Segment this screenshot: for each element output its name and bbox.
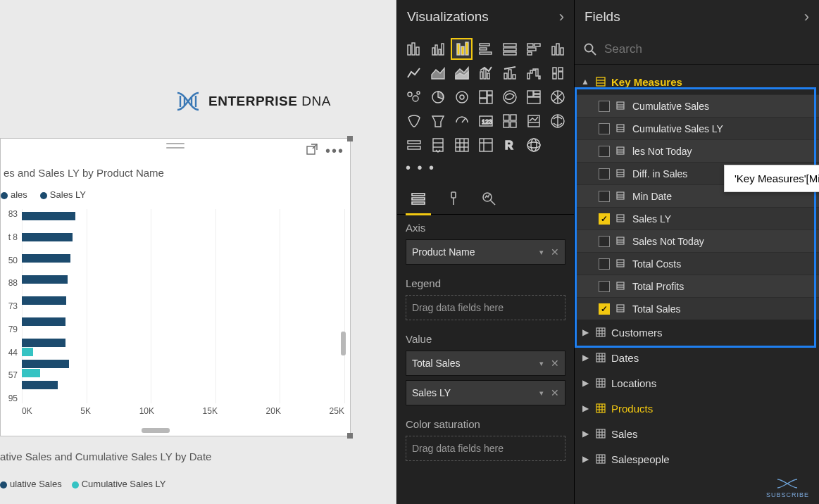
focus-mode-icon[interactable] [306,143,318,158]
field-sales-not-today[interactable]: Sales Not Today [575,229,819,252]
viz-type-28[interactable] [403,134,425,156]
viz-type-13[interactable] [546,62,568,84]
viz-type-33[interactable] [523,134,544,156]
viz-type-26[interactable] [523,110,544,132]
move-handle[interactable] [166,143,185,149]
viz-type-19[interactable] [523,86,544,108]
viz-type-5[interactable] [523,38,544,60]
field-cumulative-sales-ly[interactable]: Cumulative Sales LY [575,117,819,139]
color-saturation-well[interactable]: Drag data fields here [406,436,565,461]
table-icon [594,326,607,339]
logo-text: ENTERPRISE DNA [208,94,331,109]
field-sales-ly[interactable]: Sales LY [575,207,819,229]
viz-type-23[interactable] [451,110,473,132]
bar-series1[interactable] [22,212,75,220]
viz-type-21[interactable] [403,110,425,132]
axis-well[interactable]: Product Name ▾ ✕ [406,239,565,265]
table-locations[interactable]: ▶Locations [575,370,819,396]
checkbox[interactable] [599,258,610,270]
viz-type-4[interactable] [499,38,520,60]
table-sales[interactable]: ▶Sales [575,421,819,446]
checkbox[interactable] [599,123,610,134]
search-input[interactable] [604,42,811,56]
bar-series1[interactable] [22,275,68,284]
bar-series2[interactable] [22,369,40,377]
svg-rect-129 [617,305,624,312]
chevron-right-icon[interactable]: › [559,8,564,26]
chart-scroll-v[interactable] [341,332,346,355]
bar-series1[interactable] [22,381,58,389]
format-tab[interactable] [444,189,463,208]
checkbox[interactable] [599,213,610,225]
checkbox[interactable] [599,168,610,179]
viz-type-2[interactable] [451,38,473,60]
viz-type-6[interactable] [546,38,568,60]
value-well-sales-ly[interactable]: Sales LY▾✕ [406,380,565,405]
chart-scroll-h[interactable] [142,428,170,433]
resize-handle-tr[interactable] [347,136,353,141]
checkbox[interactable] [599,236,610,247]
viz-type-30[interactable] [451,134,473,156]
bar-series2[interactable] [22,348,33,356]
bar-series1[interactable] [22,317,65,326]
checkbox[interactable] [599,101,610,112]
svg-rect-22 [534,44,540,46]
more-visuals-icon[interactable]: • • • [397,157,574,182]
field-total-profits[interactable]: Total Profits [575,275,819,297]
checkbox[interactable] [599,146,610,157]
legend-well[interactable]: Drag data fields here [406,295,565,320]
viz-type-25[interactable] [499,110,520,132]
analytics-tab[interactable] [479,189,499,208]
field-total-sales[interactable]: Total Sales [575,297,819,320]
table-dates[interactable]: ▶Dates [575,345,819,370]
checkbox[interactable] [599,303,610,315]
field-total-costs[interactable]: Total Costs [575,252,819,275]
fields-header[interactable]: Fields › [575,0,819,34]
value-well-total-sales[interactable]: Total Sales▾✕ [406,351,565,376]
table-products[interactable]: ▶Products [575,396,819,421]
subscribe-badge[interactable]: SUBSCRIBE [766,477,809,498]
viz-type-24[interactable]: 123 [475,110,496,132]
viz-type-8[interactable] [427,62,449,84]
viz-type-20[interactable] [546,86,568,108]
viz-type-0[interactable] [403,38,425,60]
fields-tab[interactable] [408,189,428,208]
viz-type-17[interactable] [475,86,496,108]
viz-type-12[interactable] [523,62,544,84]
chevron-right-icon[interactable]: › [804,8,809,26]
chart-visual[interactable]: ••• es and Sales LY by Product Name ales… [0,138,351,436]
visualizations-header[interactable]: Visualizations › [397,0,574,34]
fields-search[interactable] [575,34,819,65]
checkbox[interactable] [599,191,610,202]
viz-type-29[interactable] [427,134,449,156]
bar-series1[interactable] [22,339,65,347]
table-key-measures[interactable]: ▲ Key Measures [575,69,819,94]
viz-type-18[interactable] [499,86,520,108]
field-les-not-today[interactable]: les Not Today [575,139,819,162]
viz-type-7[interactable] [403,62,425,84]
viz-type-14[interactable] [403,86,425,108]
viz-type-16[interactable] [451,86,473,108]
viz-type-22[interactable] [427,110,449,132]
viz-type-1[interactable] [427,38,449,60]
svg-rect-41 [558,68,563,71]
viz-type-32[interactable]: R [499,134,520,156]
bar-series1[interactable] [22,254,70,263]
viz-type-15[interactable] [427,86,449,108]
viz-type-11[interactable] [499,62,520,84]
table-customers[interactable]: ▶Customers [575,320,819,345]
bar-series1[interactable] [22,360,69,368]
viz-type-3[interactable] [475,38,496,60]
sub-chart-legend: ulative Sales Cumulative Sales LY [0,479,165,489]
viz-type-27[interactable] [546,110,568,132]
field-cumulative-sales[interactable]: Cumulative Sales [575,94,819,117]
more-options-icon[interactable]: ••• [325,147,344,154]
checkbox[interactable] [599,281,610,292]
viz-type-31[interactable] [475,134,496,156]
table-salespeople[interactable]: ▶Salespeople [575,446,819,472]
resize-handle-br[interactable] [347,433,353,439]
bar-series1[interactable] [22,296,66,305]
bar-series1[interactable] [22,233,73,241]
viz-type-9[interactable] [451,62,473,84]
viz-type-10[interactable] [475,62,496,84]
